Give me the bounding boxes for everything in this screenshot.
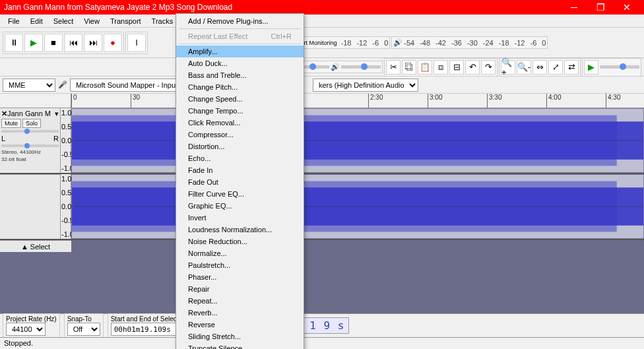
menu-item[interactable]: Add / Remove Plug-ins... <box>176 15 304 27</box>
track-1-right: 1.00.50.0-0.5-1.0 <box>0 174 644 240</box>
paste-button[interactable]: 📋 <box>418 60 432 75</box>
zoom-in-button[interactable]: 🔍+ <box>501 60 515 75</box>
track-close-button[interactable]: ✕ <box>1 110 7 118</box>
track-menu-dropdown[interactable]: ▾ <box>55 110 59 118</box>
solo-button[interactable]: Solo <box>22 119 41 128</box>
pan-right-label: R <box>53 135 59 143</box>
undo-button[interactable]: ↶ <box>465 60 480 75</box>
effect-auto-duck-[interactable]: Auto Duck... <box>176 57 304 69</box>
zoom-out-button[interactable]: 🔍- <box>517 60 531 75</box>
ruler-scale[interactable]: 0302:303:003:304:004:305:00 <box>71 94 644 108</box>
copy-button[interactable]: ⿻ <box>402 60 416 75</box>
effect-dropdown-menu: Add / Remove Plug-ins...Repeat Last Effe… <box>176 13 304 349</box>
effect-change-tempo-[interactable]: Change Tempo... <box>176 105 304 117</box>
zoom-toolbar: 🔍+ 🔍- ⇔ ⤢ ⇄ <box>499 58 581 77</box>
window-title: Jann Gann Mann from Satyameva Jayate 2 M… <box>4 3 561 12</box>
effect-fade-out[interactable]: Fade Out <box>176 176 304 188</box>
pause-button[interactable]: ⏸ <box>5 34 23 52</box>
menu-select[interactable]: Select <box>48 16 79 26</box>
effect-repair[interactable]: Repair <box>176 283 304 295</box>
zoom-toggle-button[interactable]: ⇄ <box>564 60 579 75</box>
edit-toolbar: ✂ ⿻ 📋 ⧈ ⊟ ↶ ↷ <box>384 58 498 77</box>
effect-graphic-eq-[interactable]: Graphic EQ... <box>176 200 304 212</box>
output-device-select[interactable]: kers (High Definition Audio <box>313 79 418 92</box>
effect-noise-reduction-[interactable]: Noise Reduction... <box>176 236 304 247</box>
vertical-scale: 1.00.50.0-0.5-1.0 <box>61 108 71 173</box>
track-1-left: ✕ Jann Gann M ▾ Mute Solo L R Stereo, 44… <box>0 108 644 174</box>
effect-reverse[interactable]: Reverse <box>176 319 304 331</box>
project-rate-label: Project Rate (Hz) <box>6 315 57 323</box>
effect-bass-and-treble-[interactable]: Bass and Treble... <box>176 69 304 81</box>
play-at-speed-toolbar: ▶ <box>582 58 641 77</box>
effect-paulstretch-[interactable]: Paulstretch... <box>176 259 304 271</box>
collapse-button[interactable]: ▲ <box>21 243 28 251</box>
effect-distortion-[interactable]: Distortion... <box>176 141 304 152</box>
effect-change-speed-[interactable]: Change Speed... <box>176 93 304 105</box>
record-button[interactable]: ● <box>104 34 122 52</box>
timeline-spacer <box>0 94 71 108</box>
waveform-left[interactable] <box>71 108 644 173</box>
silence-button[interactable]: ⊟ <box>449 60 464 75</box>
pan-left-label: L <box>1 135 5 143</box>
menu-file[interactable]: File <box>3 16 25 26</box>
project-rate-group: Project Rate (Hz) 44100 <box>3 313 60 338</box>
status-text: Stopped. <box>4 339 33 347</box>
skip-start-button[interactable]: ⏮ <box>64 34 82 52</box>
playback-speed-slider[interactable] <box>600 65 639 69</box>
skip-end-button[interactable]: ⏭ <box>84 34 102 52</box>
play-volume-slider[interactable] <box>341 65 381 69</box>
toolbar-row: ⏸ ▶ ■ ⏮ ⏭ ● I 🎤 Start Monitoring -18-12-… <box>0 28 644 58</box>
maximize-button[interactable]: ❐ <box>587 0 614 15</box>
effect-echo-[interactable]: Echo... <box>176 152 304 164</box>
timeline-ruler[interactable]: 0302:303:003:304:004:305:00 <box>0 94 644 108</box>
statusbar: Stopped. <box>0 337 644 349</box>
track-name[interactable]: Jann Gann M <box>7 110 51 117</box>
gain-slider[interactable] <box>1 130 59 133</box>
close-button[interactable]: ✕ <box>614 0 640 15</box>
stop-button[interactable]: ■ <box>44 34 63 52</box>
cut-button[interactable]: ✂ <box>386 60 401 75</box>
selection-start-input[interactable] <box>111 323 183 336</box>
minimize-button[interactable]: ─ <box>561 0 587 15</box>
fit-selection-button[interactable]: ⇔ <box>532 60 547 75</box>
device-toolbar: MME 🎤 Microsoft Sound Mapper - Input ker… <box>0 77 644 94</box>
selection-tool[interactable]: I <box>127 34 146 52</box>
trim-button[interactable]: ⧈ <box>434 60 448 75</box>
effect-amplify-[interactable]: Amplify... <box>176 46 304 57</box>
project-rate-select[interactable]: 44100 <box>6 323 46 336</box>
play-meter: 🔊 -54-48-42-36-30-24-18-12-60 <box>391 36 548 49</box>
redo-button[interactable]: ↷ <box>481 60 496 75</box>
effect-sliding-stretch-[interactable]: Sliding Stretch... <box>176 331 304 342</box>
menu-edit[interactable]: Edit <box>25 16 48 26</box>
play-at-speed-button[interactable]: ▶ <box>584 60 598 75</box>
pan-slider[interactable] <box>1 144 59 147</box>
track-panel-bottom <box>0 174 61 239</box>
effect-change-pitch-[interactable]: Change Pitch... <box>176 81 304 93</box>
menu-view[interactable]: View <box>79 16 105 26</box>
track-format-info: Stereo, 44100Hz <box>1 149 59 155</box>
play-button[interactable]: ▶ <box>24 34 43 52</box>
waveform-right[interactable] <box>71 174 644 239</box>
mic-device-icon: 🎤 <box>58 80 67 89</box>
effect-loudness-normalization-[interactable]: Loudness Normalization... <box>176 224 304 236</box>
select-label[interactable]: Select <box>30 243 51 251</box>
snap-to-select[interactable]: Off <box>67 323 100 336</box>
effect-truncate-silence-[interactable]: Truncate Silence... <box>176 342 304 349</box>
titlebar: Jann Gann Mann from Satyameva Jayate 2 M… <box>0 0 644 15</box>
effect-reverb-[interactable]: Reverb... <box>176 307 304 319</box>
menu-transport[interactable]: Transport <box>105 16 146 26</box>
effect-normalize-[interactable]: Normalize... <box>176 247 304 259</box>
fit-project-button[interactable]: ⤢ <box>548 60 563 75</box>
toolbar-row-2: 🎤 🔊 ✂ ⿻ 📋 ⧈ ⊟ ↶ ↷ 🔍+ 🔍- ⇔ ⤢ ⇄ ▶ <box>0 58 644 77</box>
effect-filter-curve-eq-[interactable]: Filter Curve EQ... <box>176 188 304 200</box>
effect-fade-in[interactable]: Fade In <box>176 164 304 176</box>
effect-click-removal-[interactable]: Click Removal... <box>176 117 304 129</box>
effect-repeat-[interactable]: Repeat... <box>176 295 304 307</box>
audio-host-select[interactable]: MME <box>3 79 55 92</box>
effect-phaser-[interactable]: Phaser... <box>176 271 304 283</box>
snap-label: Snap-To <box>67 315 100 323</box>
effect-invert[interactable]: Invert <box>176 212 304 224</box>
effect-compressor-[interactable]: Compressor... <box>176 129 304 141</box>
menu-tracks[interactable]: Tracks <box>146 16 179 26</box>
mute-button[interactable]: Mute <box>1 119 21 128</box>
